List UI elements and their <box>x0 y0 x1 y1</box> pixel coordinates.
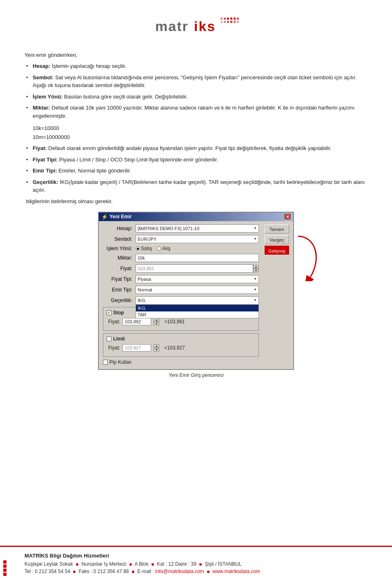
sembol-label: Sembol: <box>103 236 136 242</box>
bullet-fiyat-tipi-text: Piyasa / Limit / Stop / OCO Stop Limit f… <box>58 157 218 163</box>
bullet-fiyat-bold: Fiyat: <box>33 145 47 151</box>
fiyat-row: Fiyat: 103,952 ▲ ▼ <box>103 264 259 273</box>
stop-spin-down[interactable]: ▼ <box>154 322 159 325</box>
dialog-buttons: Tamam Vazgeç Gelişmiş <box>265 224 289 365</box>
footer-company: MATRİKS Bilgi Dağıtım Hizmetleri <box>24 553 368 559</box>
bullet-emir-tipi-text: Emirler, Normal tipte gönderilir. <box>57 168 131 174</box>
limit-spin: ▲ ▼ <box>154 344 159 352</box>
pip-checkbox-box[interactable] <box>103 360 108 365</box>
footer-address-street: Kuştepe Leylak Sokak <box>24 561 73 567</box>
footer-address-block: A Blok <box>134 561 148 567</box>
bullet-gecerlilik: Geçerlilik: İKG(İptale kadar geçerli) / … <box>24 178 368 194</box>
footer-email-link[interactable]: info@matriksdata.com <box>155 569 204 574</box>
miktar-value: 10k <box>138 255 145 260</box>
fiyat-spin-up[interactable]: ▲ <box>253 265 259 269</box>
footer-bullet-5 <box>73 571 76 573</box>
dialog-caption: Yeni Emir Giriş penceresi <box>24 372 368 378</box>
gelismis-button[interactable]: Gelişmiş <box>265 246 289 255</box>
dialog-title: Yeni Emir <box>109 214 132 219</box>
fiyat-tipi-row: Fiyat Tipi: Piyasa ▼ <box>103 275 259 283</box>
stop-compare: >103,961 <box>164 319 185 325</box>
hesap-value: [MATRIKS DEMO FX] 1071-10: <box>138 226 200 231</box>
gecerlilik-arrow-icon: ▼ <box>254 298 257 302</box>
bullet-sembol-bold: Sembol: <box>33 74 53 81</box>
svg-rect-9 <box>224 21 226 23</box>
limit-fiyat-row: Fiyat: 103,917 ▲ ▼ <103,927 <box>107 344 255 352</box>
hesap-field-wrap: [MATRIKS DEMO FX] 1071-10: ▼ <box>136 224 259 233</box>
stop-fiyat-field[interactable]: 103,992 <box>122 318 151 325</box>
last-line: bilgilerinin belirlenmiş olması gerekir. <box>24 198 368 204</box>
footer-contact: Tel : 0 212 354 54 54 Faks : 0 212 356 4… <box>24 569 368 574</box>
gecerlilik-field[interactable]: İKG ▼ <box>136 296 259 305</box>
bullet-fiyat-tipi: Fiyat Tipi: Piyasa / Limit / Stop / OCO … <box>24 156 368 164</box>
footer-red-squares <box>3 560 7 576</box>
dialog-form: Hesap: [MATRIKS DEMO FX] 1071-10: ▼ <box>103 224 259 365</box>
bullet-fiyat: Fiyat: Default olarak emrin gönderildiği… <box>24 144 368 152</box>
hesap-select[interactable]: [MATRIKS DEMO FX] 1071-10: ▼ <box>136 224 259 233</box>
dialog-body: Hesap: [MATRIKS DEMO FX] 1071-10: ▼ <box>99 221 293 369</box>
bullet-sembol: Sembol: Sat veya Al butonlarına tıklandı… <box>24 74 368 90</box>
dropdown-item-tar[interactable]: TAR <box>136 311 258 318</box>
dropdown-item-ikg[interactable]: İKG <box>136 305 258 311</box>
radio-alis-circle <box>157 246 161 251</box>
intro-line: Yeni emir gönderirken, <box>24 52 368 58</box>
bullet-fiyat-text: Default olarak emrin gönderildiği andaki… <box>47 145 332 151</box>
fiyat-tipi-select[interactable]: Piyasa ▼ <box>136 275 259 283</box>
bullet-miktar-text: Default olarak 10k yani 10000 yazılıdır.… <box>33 105 354 119</box>
red-arrow-annotation <box>290 232 331 281</box>
code-line-2: 10m=10000000 <box>33 133 368 142</box>
gecerlilik-label: Geçerlilik: <box>103 298 136 303</box>
code-line-1: 10k=10000 <box>33 124 368 133</box>
limit-spin-down[interactable]: ▼ <box>154 348 159 352</box>
footer-address-city: Şişli / İSTANBUL <box>205 561 242 567</box>
limit-label: Limit <box>113 336 125 342</box>
footer-website-link[interactable]: www.matriksdata.com <box>213 569 261 574</box>
islem-row: İşlem Yönü: Satış Alış <box>103 246 259 251</box>
miktar-field[interactable]: 10k <box>136 254 259 262</box>
bullet-list-1: Hesap: İşlemin yapılacağı hesap seçilir.… <box>24 62 368 120</box>
gecerlilik-dropdown[interactable]: İKG ▼ İKG TAR <box>136 296 259 305</box>
footer-sq-2 <box>3 564 7 568</box>
stop-spin: ▲ ▼ <box>154 318 159 325</box>
bullet-gecerlilik-text: İKG(İptale kadar geçerli) / TAR(Belirlen… <box>33 179 365 193</box>
tamam-button[interactable]: Tamam <box>265 224 289 233</box>
fiyat-spin-down[interactable]: ▼ <box>253 269 259 272</box>
dialog-icon: ⚡ <box>101 214 108 220</box>
footer-bullet-6 <box>132 571 134 573</box>
svg-rect-7 <box>237 18 239 20</box>
dialog-main-area: Hesap: [MATRIKS DEMO FX] 1071-10: ▼ <box>103 224 289 365</box>
bullet-emir-tipi: Emir Tipi: Emirler, Normal tipte gönderi… <box>24 167 368 175</box>
stop-checkbox[interactable]: Stop <box>107 310 124 316</box>
fiyat-field[interactable]: 103,952 <box>136 264 253 273</box>
vazgec-button[interactable]: Vazgeç <box>265 235 289 244</box>
hesap-row: Hesap: [MATRIKS DEMO FX] 1071-10: ▼ <box>103 224 259 233</box>
sembol-select[interactable]: EUR/JPY ▼ <box>136 235 259 243</box>
footer-address-building: Nursanlar İş Merkezi <box>81 561 126 567</box>
footer-fax: Faks : 0 212 356 47 88 <box>79 569 129 574</box>
limit-checkbox-box[interactable] <box>107 336 111 341</box>
logo-container: matr iks <box>24 8 368 48</box>
dialog-close-button[interactable]: ✕ <box>284 214 291 219</box>
limit-fiyat-label: Fiyat: <box>108 345 120 351</box>
svg-rect-8 <box>220 21 223 23</box>
limit-fiyat-field[interactable]: 103,917 <box>122 344 151 352</box>
stop-label: Stop <box>113 310 124 316</box>
miktar-row: Miktar: 10k <box>103 254 259 262</box>
gecerlilik-dropdown-list: İKG TAR <box>136 305 259 318</box>
svg-rect-13 <box>237 21 239 23</box>
svg-rect-10 <box>227 21 229 23</box>
stop-spin-up[interactable]: ▲ <box>154 318 159 322</box>
footer-bullet-3 <box>151 563 154 566</box>
bullet-miktar-bold: Miktar: <box>33 105 50 111</box>
dialog-titlebar-left: ⚡ Yeni Emir <box>101 214 132 220</box>
limit-row: Limit <box>107 336 255 342</box>
miktar-label: Miktar: <box>103 255 136 261</box>
radio-satis[interactable]: Satış <box>136 246 152 251</box>
limit-spin-up[interactable]: ▲ <box>154 344 159 348</box>
stop-checkbox-box[interactable] <box>107 310 111 315</box>
radio-alis[interactable]: Alış <box>157 246 170 251</box>
limit-checkbox[interactable]: Limit <box>107 336 125 342</box>
bullet-gecerlilik-bold: Geçerlilik: <box>33 179 58 185</box>
emir-tipi-select[interactable]: Normal ▼ <box>136 286 259 294</box>
svg-rect-11 <box>230 21 232 23</box>
